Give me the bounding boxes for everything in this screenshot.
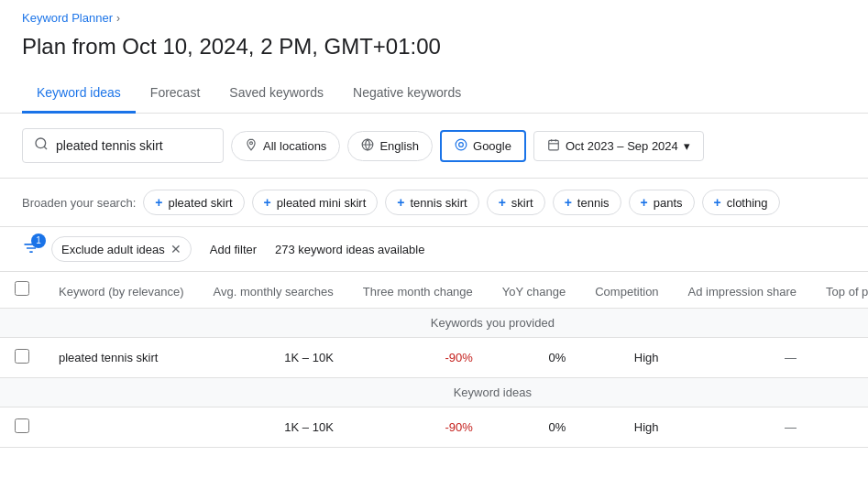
broaden-chip-label-1: pleated mini skirt xyxy=(277,196,367,210)
network-label: Google xyxy=(473,139,511,153)
broaden-chip-0[interactable]: + pleated skirt xyxy=(143,190,244,215)
keyword-count: 273 keyword ideas available xyxy=(275,243,424,256)
add-filter-label: Add filter xyxy=(210,243,257,256)
header-competition: Competition xyxy=(580,272,673,309)
row-competition-0: High xyxy=(580,338,673,378)
breadcrumb-chevron: › xyxy=(116,12,120,25)
plus-icon-6: + xyxy=(714,195,721,210)
search-box[interactable] xyxy=(22,128,224,163)
row-keyword-1 xyxy=(44,407,199,448)
remove-exclude-icon[interactable]: ✕ xyxy=(170,242,181,256)
network-filter[interactable]: Google xyxy=(440,130,526,162)
broaden-label: Broaden your search: xyxy=(22,196,136,210)
broaden-chip-5[interactable]: + pants xyxy=(629,190,695,215)
table-row: 1K – 10K -90% 0% High — $0.69 xyxy=(0,407,868,448)
header-checkbox[interactable] xyxy=(0,272,44,309)
svg-point-4 xyxy=(459,142,464,147)
header-keyword: Keyword (by relevance) xyxy=(44,272,199,309)
row-three-month-0: -90% xyxy=(348,338,488,378)
section-ideas: Keyword ideas xyxy=(0,378,868,407)
row-ad-impression-1: — xyxy=(674,407,812,448)
filter-badge: 1 xyxy=(31,234,46,248)
tab-keyword-ideas[interactable]: Keyword ideas xyxy=(22,74,136,114)
breadcrumb-label: Keyword Planner xyxy=(22,11,113,25)
plus-icon-1: + xyxy=(264,195,271,210)
row-yoy-0: 0% xyxy=(488,338,580,378)
section-ideas-label: Keyword ideas xyxy=(454,386,532,399)
row-top-bid-0: $0.64 xyxy=(811,338,868,378)
row-checkbox-1[interactable] xyxy=(15,418,29,433)
plus-icon-5: + xyxy=(641,195,648,210)
broaden-chip-label-6: clothing xyxy=(727,196,768,210)
language-filter[interactable]: English xyxy=(347,131,433,161)
broaden-bar: Broaden your search: + pleated skirt + p… xyxy=(0,179,868,227)
plus-icon-2: + xyxy=(397,195,404,210)
network-icon xyxy=(455,138,467,154)
row-yoy-1: 0% xyxy=(488,407,580,448)
row-ad-impression-0: — xyxy=(674,338,812,378)
breadcrumb: Keyword Planner › xyxy=(0,0,868,30)
section-provided: Keywords you provided xyxy=(0,309,868,338)
date-range-label: Oct 2023 – Sep 2024 xyxy=(566,139,678,153)
svg-line-1 xyxy=(44,147,47,149)
plus-icon-4: + xyxy=(565,195,572,210)
tab-saved-keywords[interactable]: Saved keywords xyxy=(214,74,338,114)
broaden-chip-6[interactable]: + clothing xyxy=(702,190,780,215)
date-filter[interactable]: Oct 2023 – Sep 2024 ▾ xyxy=(533,131,704,161)
select-all-checkbox[interactable] xyxy=(15,281,29,296)
row-top-bid-1: $0.69 xyxy=(811,407,868,448)
location-filter[interactable]: All locations xyxy=(231,131,340,161)
header-yoy: YoY change xyxy=(488,272,580,309)
svg-rect-5 xyxy=(549,140,559,150)
broaden-chip-4[interactable]: + tennis xyxy=(553,190,621,215)
language-label: English xyxy=(379,139,419,153)
filter-icon-button[interactable]: 1 xyxy=(22,239,40,260)
dropdown-arrow-icon: ▾ xyxy=(684,139,690,153)
add-filter-button[interactable]: Add filter xyxy=(203,238,264,261)
broaden-chip-label-3: skirt xyxy=(511,196,533,210)
location-label: All locations xyxy=(263,139,326,153)
broaden-chip-3[interactable]: + skirt xyxy=(487,190,545,215)
svg-point-2 xyxy=(250,141,253,144)
row-checkbox-0[interactable] xyxy=(15,349,29,364)
keyword-table: Keyword (by relevance) Avg. monthly sear… xyxy=(0,272,868,448)
location-icon xyxy=(245,138,258,154)
broaden-chip-1[interactable]: + pleated mini skirt xyxy=(252,190,379,215)
search-input[interactable] xyxy=(56,138,212,153)
svg-point-0 xyxy=(36,138,46,148)
broaden-chip-label-5: pants xyxy=(654,196,683,210)
exclude-adult-label: Exclude adult ideas xyxy=(61,243,165,256)
calendar-icon xyxy=(547,138,560,154)
row-three-month-1: -90% xyxy=(348,407,488,448)
search-icon xyxy=(34,136,49,155)
tabs-bar: Keyword ideas Forecast Saved keywords Ne… xyxy=(0,74,868,114)
plus-icon-3: + xyxy=(499,195,506,210)
table-row: pleated tennis skirt 1K – 10K -90% 0% Hi… xyxy=(0,338,868,378)
svg-point-3 xyxy=(456,139,467,150)
tab-forecast[interactable]: Forecast xyxy=(136,74,214,114)
filters-bar: All locations English Google xyxy=(0,114,868,179)
page-title: Plan from Oct 10, 2024, 2 PM, GMT+01:00 xyxy=(0,30,868,74)
header-avg-monthly: Avg. monthly searches xyxy=(199,272,348,309)
breadcrumb-link[interactable]: Keyword Planner › xyxy=(22,11,846,25)
tab-negative-keywords[interactable]: Negative keywords xyxy=(338,74,476,114)
plus-icon-0: + xyxy=(155,195,162,210)
exclude-adult-chip[interactable]: Exclude adult ideas ✕ xyxy=(51,236,192,262)
header-top-bid: Top of page bid (low range) xyxy=(811,272,868,309)
header-ad-impression: Ad impression share xyxy=(674,272,812,309)
language-icon xyxy=(361,138,374,154)
broaden-chip-2[interactable]: + tennis skirt xyxy=(385,190,478,215)
row-competition-1: High xyxy=(580,407,673,448)
keyword-table-container: Keyword (by relevance) Avg. monthly sear… xyxy=(0,272,868,448)
row-checkbox-cell-1[interactable] xyxy=(0,407,44,448)
broaden-chip-label-2: tennis skirt xyxy=(411,196,467,210)
row-avg-monthly-0: 1K – 10K xyxy=(199,338,348,378)
action-bar: 1 Exclude adult ideas ✕ Add filter 273 k… xyxy=(0,227,868,272)
broaden-chip-label-4: tennis xyxy=(577,196,610,210)
section-provided-label: Keywords you provided xyxy=(431,316,555,330)
row-keyword-0: pleated tennis skirt xyxy=(44,338,199,378)
header-three-month: Three month change xyxy=(348,272,488,309)
broaden-chip-label-0: pleated skirt xyxy=(168,196,232,210)
row-checkbox-cell[interactable] xyxy=(0,338,44,378)
row-avg-monthly-1: 1K – 10K xyxy=(199,407,348,448)
